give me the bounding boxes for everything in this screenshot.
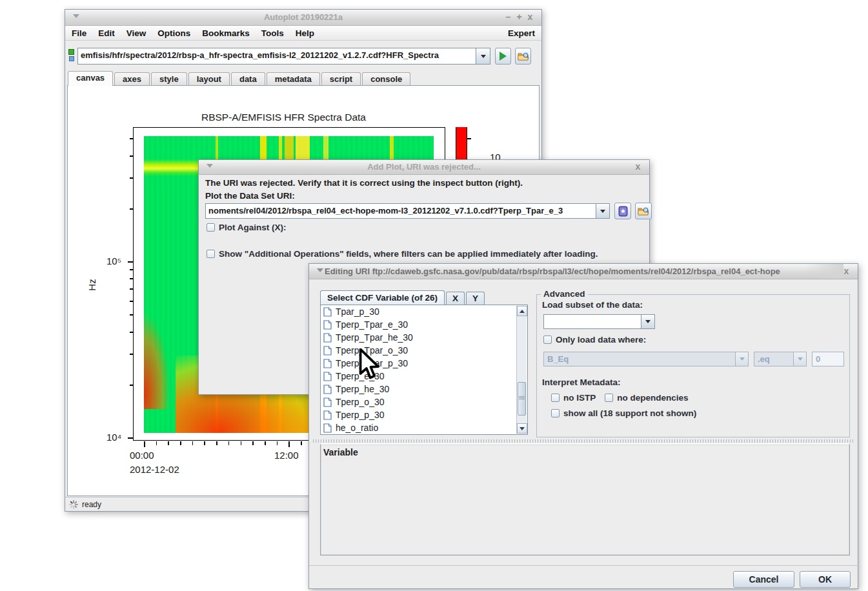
uri-input[interactable]: emfisis/hfr/spectra/2012/rbsp-a_hfr-spec… — [77, 48, 476, 65]
show-additional-checkbox[interactable] — [207, 250, 215, 258]
busy-spinner-icon — [69, 500, 78, 509]
close-button[interactable]: x — [525, 12, 536, 22]
list-item[interactable]: Tperp_Tpar_he_30 — [321, 331, 527, 344]
tab-data[interactable]: data — [231, 72, 265, 86]
minimize-button[interactable]: – — [503, 12, 514, 22]
variable-tabbar: Select CDF Variable (of 26) X Y — [320, 290, 486, 305]
chevron-down-icon — [481, 55, 486, 58]
menu-bar: File Edit View Options Bookmarks Tools H… — [65, 26, 541, 41]
list-item[interactable]: Tperp_he_30 — [321, 383, 527, 396]
variable-label: Tperp_p_30 — [336, 410, 385, 420]
tab-select-cdf-variable[interactable]: Select CDF Variable (of 26) — [320, 290, 445, 305]
tab-script[interactable]: script — [321, 72, 361, 86]
tab-canvas[interactable]: canvas — [68, 71, 113, 86]
menu-edit[interactable]: Edit — [98, 28, 115, 38]
load-subset-label: Load subset of the data: — [542, 300, 643, 310]
title-fade — [805, 264, 843, 279]
where-op-combo[interactable]: .eq — [754, 352, 807, 366]
tab-axes[interactable]: axes — [114, 72, 150, 86]
tab-y[interactable]: Y — [466, 292, 485, 305]
tab-x[interactable]: X — [446, 292, 465, 305]
rejected-message: The URI was rejected. Verify that it is … — [205, 178, 523, 188]
tab-style[interactable]: style — [151, 72, 187, 86]
status-text: ready — [82, 500, 101, 509]
add-plot-title: Add Plot, URI was rejected... — [199, 162, 649, 172]
dataset-uri-input[interactable]: noments/rel04/2012/rbspa_rel04_ect-hope-… — [205, 203, 596, 219]
close-button[interactable]: x — [842, 266, 853, 276]
list-item[interactable]: Tperp_Tpar_p_30 — [321, 357, 527, 370]
show-all-checkbox[interactable] — [551, 409, 560, 417]
list-item[interactable]: Tperp_Tpar_o_30 — [321, 344, 527, 357]
chevron-down-icon — [735, 352, 748, 366]
tab-layout[interactable]: layout — [188, 72, 230, 86]
list-item[interactable]: Tperp_p_30 — [321, 408, 527, 421]
cancel-button[interactable]: Cancel — [733, 571, 794, 588]
variable-metadata-panel: Variable — [320, 443, 850, 556]
menu-options[interactable]: Options — [157, 28, 190, 38]
chevron-down-icon — [600, 210, 605, 213]
plot-go-button[interactable] — [495, 48, 511, 65]
plot-against-checkbox[interactable] — [207, 223, 215, 232]
list-item[interactable]: Tperp_e_30 — [321, 370, 527, 383]
subset-combo-dropdown[interactable] — [641, 314, 655, 329]
close-button[interactable]: x — [633, 161, 644, 172]
tab-console[interactable]: console — [362, 72, 410, 86]
arrow-down-icon — [520, 427, 525, 430]
file-icon — [323, 307, 332, 317]
menu-tools[interactable]: Tools — [261, 28, 284, 38]
no-dependencies-checkbox[interactable] — [605, 394, 613, 402]
dataset-uri-dropdown[interactable] — [596, 203, 610, 219]
list-item[interactable]: Tpar_p_30 — [321, 305, 527, 318]
list-item[interactable]: Tperp_Tpar_e_30 — [321, 318, 527, 331]
where-field-value: B_Eq — [544, 352, 735, 366]
tab-metadata[interactable]: metadata — [267, 72, 320, 86]
mouse-cursor — [356, 348, 383, 382]
uri-dropdown-button[interactable] — [476, 48, 490, 65]
show-additional-label: Show "Additional Operations" fields, whe… — [219, 249, 598, 259]
ok-button[interactable]: OK — [800, 571, 851, 588]
file-icon — [323, 423, 332, 433]
editing-uri-titlebar[interactable]: Editing URI ftp://cdaweb.gsfc.nasa.gov/p… — [309, 264, 858, 279]
inspect-uri-button[interactable] — [515, 48, 531, 65]
file-icon — [323, 372, 332, 381]
ytick-1e4: 10⁴ — [106, 432, 121, 443]
uri-field-label: Plot the Data Set URI: — [205, 191, 295, 201]
cdf-variable-list[interactable]: Tpar_p_30 Tperp_Tpar_e_30 Tperp_Tpar_he_… — [320, 305, 528, 435]
scroll-down-button[interactable] — [517, 423, 527, 434]
where-field-combo[interactable]: B_Eq — [543, 352, 749, 366]
list-item[interactable]: he_o_ratio — [321, 421, 527, 434]
file-icon — [323, 385, 332, 394]
main-titlebar[interactable]: Autoplot 20190221a –+x — [65, 10, 541, 26]
bookmark-book-icon — [618, 206, 628, 217]
plot-title: RBSP-A/EMFISIS HFR Spectra Data — [201, 112, 366, 123]
menu-help[interactable]: Help — [296, 28, 314, 38]
where-op-value: .eq — [754, 352, 793, 366]
scroll-up-button[interactable] — [517, 306, 527, 316]
bookmark-button[interactable] — [614, 203, 631, 219]
subset-combo-input[interactable] — [543, 314, 641, 329]
datasource-icon — [68, 49, 74, 55]
where-value-field[interactable]: 0 — [812, 352, 844, 366]
file-icon — [323, 410, 332, 420]
maximize-button[interactable]: + — [514, 12, 525, 22]
add-plot-titlebar[interactable]: Add Plot, URI was rejected... x — [199, 160, 649, 175]
split-divider[interactable] — [313, 439, 855, 443]
advanced-legend: Advanced — [541, 289, 588, 299]
expert-label[interactable]: Expert — [508, 28, 535, 38]
only-load-checkbox[interactable] — [543, 336, 552, 344]
xtick-0000: 00:00 — [130, 450, 154, 461]
show-all-label: show all (18 support not shown) — [563, 408, 696, 418]
list-item[interactable]: Tperp_o_30 — [321, 396, 527, 408]
button-separator — [309, 565, 859, 566]
scrollbar-thumb[interactable] — [518, 382, 526, 416]
menu-bookmarks[interactable]: Bookmarks — [202, 28, 250, 38]
main-window-title: Autoplot 20190221a — [65, 12, 541, 22]
editing-uri-dialog: Editing URI ftp://cdaweb.gsfc.nasa.gov/p… — [308, 263, 858, 589]
menu-file[interactable]: File — [72, 28, 86, 38]
menu-view[interactable]: View — [126, 28, 146, 38]
inspect-uri-button[interactable] — [635, 203, 652, 219]
folder-magnifier-icon — [518, 52, 529, 61]
list-scrollbar[interactable] — [516, 306, 527, 434]
no-dependencies-label: no dependencies — [617, 393, 688, 403]
no-istp-checkbox[interactable] — [551, 394, 560, 402]
